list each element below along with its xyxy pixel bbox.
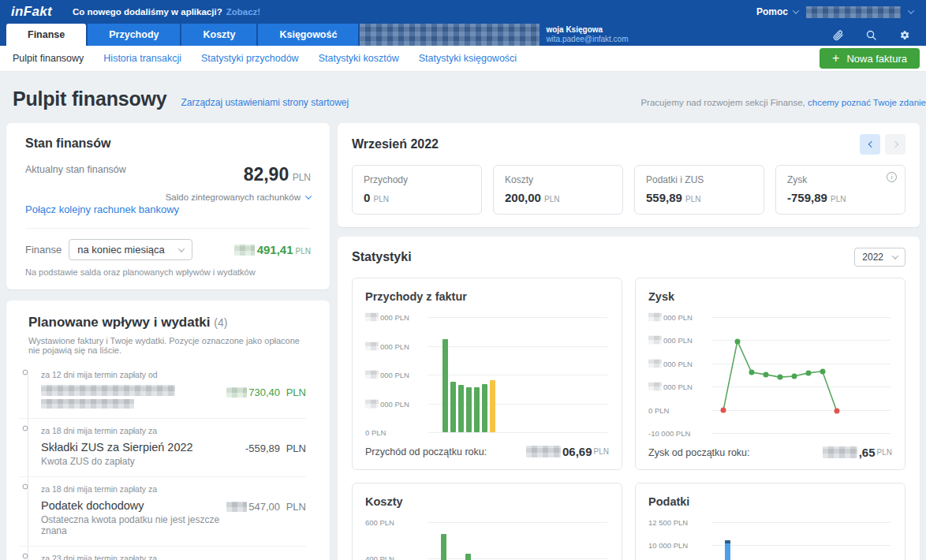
help-menu[interactable]: Pomoc (756, 6, 798, 17)
top-bar-right: Pomoc (756, 6, 913, 18)
year-select[interactable]: 2022 (854, 248, 905, 267)
connect-bank-link[interactable]: Połącz kolejny rachunek bankowy (25, 203, 179, 215)
integrated-accounts-toggle[interactable]: Saldo zintegrowanych rachunków (166, 192, 311, 202)
bar (490, 380, 495, 432)
tile-label: Zysk (787, 174, 894, 185)
whats-new-link[interactable]: Zobacz! (226, 7, 260, 17)
feedback-text: Pracujemy nad rozwojem sekcji Finanse, (640, 98, 805, 107)
header-icons (832, 24, 926, 46)
bar-chart-plot: 600 PLN400 PLN (365, 522, 609, 560)
tab-koszty[interactable]: Koszty (181, 24, 256, 46)
chart-przychody-z-faktur: Przychody z faktur 000 PLN000 PLN000 PLN… (352, 278, 622, 470)
next-month-button[interactable] (885, 134, 905, 155)
tab-finanse[interactable]: Finanse (6, 24, 86, 46)
redacted-digits (365, 371, 379, 379)
feedback-note: Pracujemy nad rozwojem sekcji Finanse, c… (640, 98, 926, 107)
data-point-dot (720, 408, 726, 413)
subnav-statystyki-ksiegowosci[interactable]: Statystyki księgowości (419, 53, 517, 64)
gear-icon[interactable] (898, 29, 910, 41)
timeline-dot-icon (23, 426, 28, 431)
charts-grid: Przychody z faktur 000 PLN000 PLN000 PLN… (352, 278, 905, 560)
forecast-value: 491,41 (257, 243, 293, 256)
chevron-left-icon (868, 141, 874, 147)
current-state-value: 82,90 PLN Saldo zintegrowanych rachunków (166, 164, 311, 202)
data-point-dot (734, 338, 740, 344)
year-select-value: 2022 (862, 252, 883, 263)
tab-ksiegowosc[interactable]: Księgowość (258, 24, 358, 46)
chart-footer-value: ,65 PLN (823, 446, 892, 459)
chart-footer: Zysk od początku roku: ,65 PLN (648, 446, 892, 459)
planned-item-due: za 18 dni mija termin zapłaty za (41, 484, 306, 494)
sub-navigation: Pulpit finansowy Historia transakcji Sta… (0, 46, 926, 72)
tile-value: 0 (364, 191, 370, 204)
tile-value: -759,89 (787, 191, 827, 204)
tab-przychody[interactable]: Przychody (88, 24, 180, 46)
feedback-link[interactable]: chcemy poznać Twoje zdanie (808, 98, 926, 107)
previous-month-button[interactable] (860, 134, 880, 155)
bar-chart-plot: 000 PLN000 PLN000 PLN000 PLN0 PLN (365, 317, 609, 432)
chevron-down-icon (892, 252, 898, 259)
planned-item-title: Podatek dochodowy (41, 499, 226, 512)
chevron-right-icon (892, 141, 898, 147)
user-name-redacted[interactable] (806, 6, 901, 18)
saldo-label: Saldo zintegrowanych rachunków (166, 192, 301, 202)
tile-value: 559,89 (646, 191, 682, 204)
page-head: Pulpit finansowy Zarządzaj ustawieniami … (0, 72, 926, 123)
new-invoice-button[interactable]: + Nowa faktura (820, 48, 920, 69)
infakt-logo[interactable]: inFakt (11, 4, 52, 20)
subnav-historia-transakcji[interactable]: Historia transakcji (103, 53, 181, 64)
whats-new-text: Co nowego dodaliśmy w aplikacji? (73, 7, 222, 17)
y-tick-label: 000 PLN (365, 342, 409, 350)
planned-item[interactable]: za 18 dni mija termin zapłaty za Podatek… (19, 477, 306, 547)
subnav-statystyki-przychodow[interactable]: Statystyki przychodów (201, 53, 299, 64)
timeline-dot-icon (23, 554, 28, 559)
startpage-settings-link[interactable]: Zarządzaj ustawieniami strony startowej (181, 97, 349, 108)
chart-footer-value: 06,69 PLN (526, 445, 609, 458)
redacted-digits (365, 342, 379, 350)
info-icon[interactable]: i (887, 172, 897, 182)
planned-count: (4) (214, 316, 227, 329)
currency-unit: PLN (594, 447, 609, 456)
tile-podatki-zus: Podatki i ZUS 559,89 PLN (634, 165, 764, 215)
forecast-amount: 491,41 PLN (234, 243, 311, 256)
bar (466, 387, 472, 432)
y-tick-label: 12 500 PLN (648, 518, 688, 527)
subnav-pulpit-finansowy[interactable]: Pulpit finansowy (13, 53, 84, 64)
chevron-down-icon[interactable] (908, 7, 914, 13)
y-tick-label: 000 PLN (365, 399, 409, 408)
planned-item-title: Składki ZUS za Sierpień 2022 (41, 441, 193, 454)
left-column: Stan finansów Aktualny stan finansów 82,… (6, 123, 330, 560)
planned-item[interactable]: za 18 dni mija termin zapłaty za Składki… (19, 419, 306, 477)
statistics-card: Statystyki 2022 Przychody z faktur 000 P… (338, 237, 920, 560)
forecast-period-select[interactable]: na koniec miesiąca (69, 239, 192, 260)
y-tick-label: 0 PLN (648, 405, 669, 414)
planned-item-subtitle: Kwota ZUS do zapłaty (41, 456, 193, 467)
month-title: Wrzesień 2022 (352, 137, 439, 151)
accountant-info: woja Księgowa wita.padee@infakt.com (540, 24, 628, 46)
bar (442, 339, 448, 432)
tile-label: Koszty (505, 174, 611, 185)
page-title: Pulpit finansowy (13, 88, 166, 110)
bar (465, 554, 471, 560)
amount-value: 547,00 (248, 501, 280, 513)
planned-item[interactable]: za 12 dni mija termin zapłaty od 730,40 … (19, 363, 306, 419)
redacted-digits (823, 446, 857, 458)
redacted-digits (226, 502, 247, 512)
currency-unit: PLN (544, 195, 559, 203)
paperclip-icon[interactable] (832, 29, 844, 41)
y-tick-label: -10 000 PLN (648, 429, 690, 438)
dots-layer (715, 317, 887, 433)
currency-unit: PLN (286, 386, 306, 398)
data-point-dot (749, 369, 754, 375)
planned-item[interactable]: za 23 dni mija termin zapłaty za Podatek… (19, 547, 306, 560)
amount-value: 730,40 (248, 386, 280, 398)
finances-state-title: Stan finansów (25, 136, 311, 151)
planned-payments-card: Planowane wpływy i wydatki (4) Wystawion… (6, 301, 330, 560)
planned-item-name-redacted (41, 385, 175, 409)
planned-item-due: za 23 dni mija termin zapłaty za (41, 554, 306, 560)
redacted-digits (226, 387, 247, 398)
search-icon[interactable] (865, 29, 877, 41)
subnav-statystyki-kosztow[interactable]: Statystyki kosztów (319, 53, 399, 64)
finances-state-card: Stan finansów Aktualny stan finansów 82,… (6, 123, 330, 289)
y-tick-label: 000 PLN (648, 313, 693, 322)
